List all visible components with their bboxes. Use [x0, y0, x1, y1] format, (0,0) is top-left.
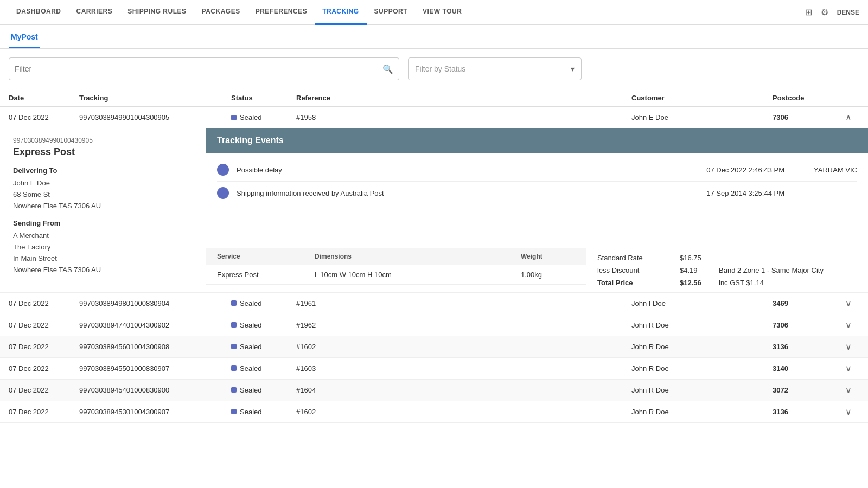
filter-row: 🔍 Filter by Status ▾ [0, 49, 868, 89]
cell-customer: John R Doe [631, 364, 773, 373]
expand-button[interactable]: ∨ [838, 298, 859, 309]
cell-date: 07 Dec 2022 [9, 343, 79, 351]
expand-button[interactable]: ∨ [838, 407, 859, 417]
cell-postcode: 3136 [773, 343, 838, 351]
status-indicator [231, 322, 237, 328]
expand-button[interactable]: ∨ [838, 385, 859, 395]
expand-button[interactable]: ∨ [838, 320, 859, 330]
chevron-down-icon: ▾ [571, 65, 575, 73]
expanded-service-title: Express Post [13, 146, 193, 158]
tracking-table: Date Tracking Status Reference Customer … [0, 89, 868, 423]
pricing-total-row: Total Price $12.56 inc GST $1.14 [597, 277, 857, 289]
status-filter-dropdown[interactable]: Filter by Status ▾ [408, 57, 582, 80]
col-reference: Reference [296, 94, 631, 102]
cell-date: 07 Dec 2022 [9, 364, 79, 373]
cell-status: Sealed [231, 321, 296, 329]
table-row[interactable]: 07 Dec 2022 99703038947401004300902 Seal… [0, 314, 868, 336]
filter-input-wrap: 🔍 [9, 57, 399, 80]
total-note: inc GST $1.14 [719, 279, 764, 287]
cell-customer: John R Doe [631, 343, 773, 351]
event-time: 17 Sep 2014 3:25:44 PM [676, 189, 784, 197]
cell-postcode: 3469 [773, 299, 838, 307]
nav-tracking[interactable]: TRACKING [315, 0, 366, 25]
less-discount-value: $4.19 [680, 266, 712, 274]
nav-packages[interactable]: PACKAGES [194, 0, 248, 25]
cell-reference: #1603 [296, 364, 631, 373]
expand-button[interactable]: ∨ [838, 342, 859, 352]
sending-from-address: A MerchantThe FactoryIn Main StreetNowhe… [13, 230, 193, 275]
dense-toggle[interactable]: DENSE [837, 9, 859, 16]
standard-rate-value: $16.75 [680, 254, 712, 262]
cell-reference: #1602 [296, 343, 631, 351]
tracking-events-header: Tracking Events [206, 128, 868, 153]
tab-bar: MyPost [0, 25, 868, 49]
col-date: Date [9, 94, 79, 102]
nav-view-tour[interactable]: VIEW TOUR [415, 0, 469, 25]
tab-mypost[interactable]: MyPost [9, 25, 40, 48]
delivering-to-address: John E Doe68 Some StNowhere Else TAS 730… [13, 178, 193, 211]
collapse-button[interactable]: ∧ [838, 112, 859, 123]
event-description: Shipping information received by Austral… [237, 189, 668, 197]
cell-tracking: 99703038945601004300908 [79, 343, 231, 351]
pricing-discount-row: less Discount $4.19 Band 2 Zone 1 - Same… [597, 264, 857, 277]
cell-status: Sealed [231, 386, 296, 394]
pricing-panel: Standard Rate $16.75 less Discount $4.19… [586, 248, 868, 292]
service-table-header: Service Dimensions Weight [206, 248, 586, 265]
table-row[interactable]: 07 Dec 2022 99703038945601004300908 Seal… [0, 336, 868, 358]
col-postcode: Postcode [773, 94, 838, 102]
table-row[interactable]: 07 Dec 2022 99703038949801000830904 Seal… [0, 293, 868, 314]
nav-carriers[interactable]: CARRIERS [69, 0, 120, 25]
table-header: Date Tracking Status Reference Customer … [0, 89, 868, 107]
table-row[interactable]: 07 Dec 2022 99703038945501000830907 Seal… [0, 358, 868, 380]
settings-icon[interactable]: ⚙ [821, 7, 828, 17]
cell-date: 07 Dec 2022 [9, 321, 79, 329]
event-row: Possible delay 07 Dec 2022 2:46:43 PM YA… [217, 158, 857, 182]
status-indicator [231, 115, 237, 120]
status-text: Sealed [240, 386, 261, 394]
table-row[interactable]: 07 Dec 2022 99703038945401000830900 Seal… [0, 380, 868, 401]
status-text: Sealed [240, 408, 261, 416]
cell-reference: #1604 [296, 386, 631, 394]
top-navigation: DASHBOARD CARRIERS SHIPPING RULES PACKAG… [0, 0, 868, 25]
status-text: Sealed [240, 343, 261, 351]
cell-customer: John I Doe [631, 299, 773, 307]
tracking-events-body: Possible delay 07 Dec 2022 2:46:43 PM YA… [206, 153, 868, 248]
event-row: Shipping information received by Austral… [217, 182, 857, 204]
cell-tracking: 99703038947401004300902 [79, 321, 231, 329]
status-text: Sealed [240, 299, 261, 307]
nav-preferences[interactable]: PREFERENCES [248, 0, 315, 25]
cell-status: Sealed [231, 364, 296, 373]
grid-icon[interactable]: ⊞ [805, 7, 812, 17]
event-time: 07 Dec 2022 2:46:43 PM [676, 166, 784, 174]
delivering-to-label: Delivering To [13, 166, 193, 175]
cell-postcode: 3140 [773, 364, 838, 373]
status-indicator [231, 409, 237, 414]
nav-support[interactable]: SUPPORT [367, 0, 416, 25]
status-indicator [231, 300, 237, 306]
sending-from-label: Sending From [13, 219, 193, 227]
service-table-section: Service Dimensions Weight Express Post L… [206, 248, 586, 292]
weight-value: 1.00kg [521, 271, 575, 279]
expand-button[interactable]: ∨ [838, 363, 859, 374]
status-text: Sealed [240, 321, 261, 329]
total-price-label: Total Price [597, 279, 673, 287]
table-row[interactable]: 07 Dec 2022 99703038945301004300907 Seal… [0, 401, 868, 423]
cell-reference: #1958 [296, 113, 631, 121]
service-col-header: Service [217, 253, 315, 260]
nav-shipping-rules[interactable]: SHIPPING RULES [120, 0, 194, 25]
cell-postcode: 7306 [773, 321, 838, 329]
cell-reference: #1961 [296, 299, 631, 307]
status-filter-label: Filter by Status [415, 65, 465, 73]
status-text: Sealed [240, 364, 261, 373]
table-row[interactable]: 07 Dec 2022 99703038949901004300905 Seal… [0, 107, 868, 128]
filter-input[interactable] [15, 65, 382, 73]
status-indicator [231, 344, 237, 349]
cell-reference: #1602 [296, 408, 631, 416]
weight-col-header: Weight [521, 253, 575, 260]
less-discount-label: less Discount [597, 266, 673, 274]
cell-date: 07 Dec 2022 [9, 299, 79, 307]
cell-customer: John R Doe [631, 408, 773, 416]
service-table-row: Express Post L 10cm W 10cm H 10cm 1.00kg [206, 265, 586, 285]
dimensions-value: L 10cm W 10cm H 10cm [315, 271, 521, 279]
nav-dashboard[interactable]: DASHBOARD [9, 0, 69, 25]
